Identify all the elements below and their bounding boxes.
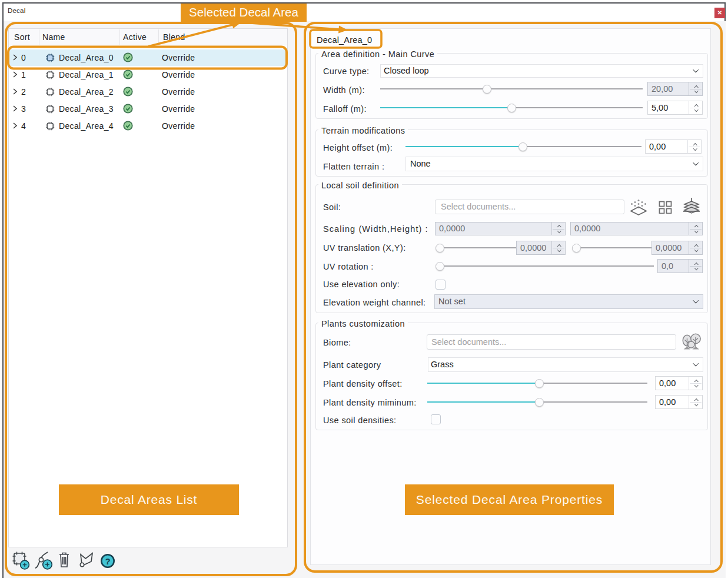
- svg-text:Decal Areas List: Decal Areas List: [101, 493, 198, 506]
- svg-text:Selected Decal Area Properties: Selected Decal Area Properties: [416, 493, 603, 506]
- svg-text:Selected Decal Area: Selected Decal Area: [189, 5, 298, 19]
